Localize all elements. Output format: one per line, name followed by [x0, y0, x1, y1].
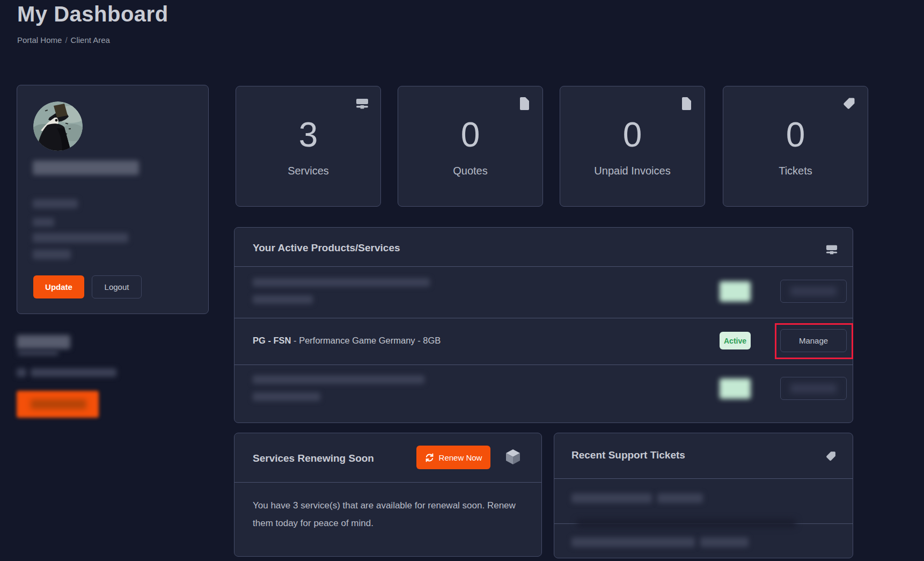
- redacted-address-line: [33, 218, 54, 227]
- logout-button[interactable]: Logout: [92, 275, 142, 298]
- breadcrumb-portal-home[interactable]: Portal Home: [17, 35, 62, 45]
- stat-card-quotes[interactable]: 0 Quotes: [398, 86, 543, 207]
- redacted-ticket-title: [657, 493, 703, 503]
- redacted-contact-line: [31, 368, 116, 377]
- divider: [234, 266, 853, 267]
- stat-label: Tickets: [723, 165, 868, 177]
- stat-value: 0: [723, 110, 868, 159]
- cube-icon: [504, 448, 522, 466]
- status-badge: Active: [720, 332, 751, 349]
- ticket-row-redacted[interactable]: [554, 523, 853, 561]
- stat-card-unpaid-invoices[interactable]: 0 Unpaid Invoices: [560, 86, 705, 207]
- stat-label: Services: [236, 165, 380, 177]
- panel-title: Services Renewing Soon: [253, 453, 374, 464]
- breadcrumb: Portal Home/Client Area: [17, 35, 110, 45]
- redacted-status-badge: [720, 281, 751, 302]
- page-title: My Dashboard: [17, 2, 168, 26]
- active-products-panel: Your Active Products/Services PG - FSN -…: [234, 227, 853, 423]
- redacted-ticket-title: [700, 537, 749, 547]
- tag-icon: [843, 97, 856, 110]
- divider: [234, 318, 853, 318]
- redacted-address-line: [33, 199, 78, 208]
- divider: [234, 365, 853, 365]
- service-name: PG - FSN - Performance Game Germany - 8G…: [253, 336, 441, 346]
- redacted-contacts-subline: [18, 351, 58, 355]
- hdd-icon: [356, 97, 369, 110]
- stat-value: 0: [560, 110, 705, 159]
- redacted-ticket-title: [571, 493, 652, 503]
- file-icon: [680, 97, 693, 110]
- redacted-client-name: [33, 161, 139, 175]
- stat-value: 3: [236, 110, 380, 159]
- renewing-soon-panel: Services Renewing Soon Renew Now You hav…: [234, 433, 542, 557]
- panel-title: Your Active Products/Services: [253, 242, 400, 254]
- redacted-manage-button[interactable]: [780, 280, 847, 303]
- divider: [234, 482, 541, 483]
- ticket-row-redacted[interactable]: [554, 478, 853, 523]
- redacted-address-line: [33, 250, 71, 259]
- redacted-service-name: [253, 278, 430, 287]
- redacted-button-label: [31, 399, 86, 409]
- panel-title: Recent Support Tickets: [571, 449, 685, 461]
- redacted-manage-button[interactable]: [780, 377, 847, 400]
- redacted-service-name: [253, 295, 313, 304]
- redacted-status-badge: [720, 378, 751, 399]
- redacted-contacts-heading: [17, 335, 70, 349]
- stat-card-services[interactable]: 3 Services: [236, 86, 381, 207]
- breadcrumb-client-area[interactable]: Client Area: [71, 35, 110, 45]
- redacted-new-contact-button[interactable]: [17, 391, 99, 418]
- manage-button[interactable]: Manage: [780, 329, 847, 352]
- profile-card: Update Logout: [17, 85, 209, 314]
- renew-now-label: Renew Now: [439, 453, 482, 462]
- redacted-address-line: [33, 233, 128, 243]
- stat-value: 0: [398, 110, 542, 159]
- stat-card-tickets[interactable]: 0 Tickets: [723, 86, 868, 207]
- stat-label: Quotes: [398, 165, 542, 177]
- breadcrumb-separator: /: [62, 35, 70, 45]
- avatar: [33, 101, 83, 151]
- redacted-service-name: [253, 375, 424, 384]
- hdd-icon: [826, 244, 838, 256]
- stat-label: Unpaid Invoices: [560, 165, 705, 177]
- renew-now-button[interactable]: Renew Now: [416, 446, 490, 469]
- update-button[interactable]: Update: [33, 275, 84, 298]
- refresh-icon: [425, 453, 434, 462]
- redacted-service-name: [253, 392, 320, 401]
- renewal-message: You have 3 service(s) that are available…: [253, 497, 533, 532]
- file-icon: [518, 97, 531, 110]
- redacted-contact-line: [17, 368, 26, 377]
- recent-tickets-panel: Recent Support Tickets: [554, 433, 853, 558]
- redacted-ticket-title: [571, 537, 695, 547]
- tag-icon: [826, 451, 837, 462]
